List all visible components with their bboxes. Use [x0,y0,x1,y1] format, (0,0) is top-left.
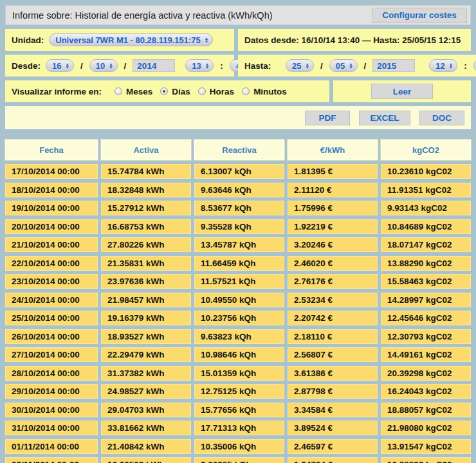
table-cell: 2.53234 € [288,293,378,307]
to-month-select[interactable]: 05 ▲▼ [329,59,358,72]
table-body: 17/10/2014 00:0015.74784 kWh6.13007 kQh1… [5,164,471,463]
view-option-0[interactable]: Meses [114,87,152,96]
unit-panel: Unidad: Universal 7WR M1 - 80.28.119.151… [5,29,234,51]
to-label: Hasta: [244,61,280,71]
export-pdf-button[interactable]: PDF [305,111,350,125]
table-cell: 10.23756 kQh [194,311,284,325]
from-panel: Desde: 16 ▲▼ / 10 ▲▼ / 13 ▲▼ : 40 ▲▼ [5,55,234,77]
column-header-1: Activa [101,140,191,160]
table-cell: 18.93527 kWh [101,329,191,344]
export-panel: PDFEXCELDOC [5,106,471,129]
from-month-select[interactable]: 10 ▲▼ [89,59,118,72]
table-cell: 18/10/2014 00:00 [5,183,98,197]
radio-icon[interactable] [114,87,122,95]
chevron-up-down-icon: ▲▼ [205,37,208,43]
table-cell: 2.76176 € [288,274,378,289]
table-cell: 12.30793 kgC02 [381,329,471,344]
table-row: 30/10/2014 00:0029.04703 kWh15.77656 kQh… [5,403,471,417]
table-cell: 31.37382 kWh [101,366,191,381]
table-cell: 23/10/2014 00:00 [5,274,98,289]
table-cell: 19.16379 kWh [101,311,191,325]
table-cell: 1.94724 € [288,457,378,463]
table-cell: 6.13007 kQh [194,164,284,179]
table-row: 31/10/2014 00:0033.81662 kWh17.71313 kQh… [5,421,471,435]
export-doc-button[interactable]: DOC [419,111,464,125]
table-cell: 21/10/2014 00:00 [5,237,98,252]
table-cell: 02/11/2014 00:00 [5,457,98,463]
table-cell: 16.24043 kgC02 [381,384,471,399]
table-row: 22/10/2014 00:0021.35831 kWh11.66459 kQh… [5,256,471,271]
table-cell: 15.58463 kgC02 [381,274,471,289]
configure-costs-button[interactable]: Configurar costes [372,8,467,23]
table-cell: 15.27912 kWh [101,201,191,215]
table-cell: 13.91547 kgC02 [381,439,471,454]
radio-icon[interactable] [160,87,168,95]
view-option-1[interactable]: Días [160,87,190,96]
table-cell: 28/10/2014 00:00 [5,366,98,381]
table-cell: 17/10/2014 00:00 [5,164,98,179]
table-cell: 14.49161 kgC02 [381,347,471,362]
from-month-value: 10 [96,61,105,71]
table-cell: 15.77656 kQh [194,403,284,417]
from-year-input[interactable] [133,59,175,72]
table-cell: 18.07147 kgC02 [381,237,471,252]
table-cell: 26/10/2014 00:00 [5,329,98,344]
table-cell: 24/10/2014 00:00 [5,293,98,307]
table-cell: 3.61386 € [288,366,378,381]
radio-icon[interactable] [198,87,206,95]
to-day-select[interactable]: 25 ▲▼ [286,59,314,72]
view-option-2[interactable]: Horas [198,87,234,96]
from-hour-select[interactable]: 13 ▲▼ [185,59,214,72]
chevron-up-down-icon: ▲▼ [305,62,309,69]
table-row: 26/10/2014 00:0018.93527 kWh9.63823 kQh2… [5,329,471,344]
table-cell: 17.71313 kQh [194,421,284,435]
view-option-label: Horas [210,87,234,96]
table-cell: 20/10/2014 00:00 [5,219,98,234]
read-panel: Leer [333,80,471,102]
table-cell: 9.63823 kQh [194,329,284,344]
table-cell: 29/10/2014 00:00 [5,384,98,399]
radio-icon[interactable] [242,87,250,95]
table-cell: 25/10/2014 00:00 [5,311,98,325]
to-minute-select[interactable]: 15 ▲▼ [473,59,476,72]
datetime-row: Desde: 16 ▲▼ / 10 ▲▼ / 13 ▲▼ : 40 ▲▼ [5,55,471,77]
table-cell: 21.98080 kgC02 [381,421,471,435]
table-header-row: FechaActivaReactiva€/kWhkgCO2 [5,140,471,160]
table-cell: 15.01359 kQh [194,366,284,381]
from-label: Desde: [12,61,41,71]
table-cell: 20.39298 kgC02 [381,366,471,381]
table-row: 17/10/2014 00:0015.74784 kWh6.13007 kQh1… [5,164,471,179]
view-options-group: MesesDíasHorasMinutos [107,87,287,96]
table-row: 27/10/2014 00:0022.29479 kWh10.98646 kQh… [5,347,471,362]
from-day-select[interactable]: 16 ▲▼ [46,59,74,72]
view-option-label: Minutos [253,87,287,96]
table-row: 24/10/2014 00:0021.98457 kWh10.49550 kQh… [5,293,471,307]
table-cell: 30/10/2014 00:00 [5,403,98,417]
table-cell: 1.75996 € [288,201,378,215]
export-excel-button[interactable]: EXCEL [359,111,410,125]
table-cell: 3.34584 € [288,403,378,417]
unit-select[interactable]: Universal 7WR M1 - 80.28.119.151:75 ▲▼ [49,33,213,46]
to-hour-select[interactable]: 12 ▲▼ [429,59,457,72]
read-button[interactable]: Leer [371,84,433,99]
table-cell: 21.98457 kWh [101,293,191,307]
table-row: 19/10/2014 00:0015.27912 kWh8.53677 kQh1… [5,201,471,215]
table-cell: 2.20742 € [288,311,378,325]
table-cell: 2.56807 € [288,347,378,362]
table-cell: 22/10/2014 00:00 [5,256,98,271]
view-row: Visualizar informe en: MesesDíasHorasMin… [5,80,471,102]
table-cell: 1.92219 € [288,219,378,234]
to-hour-value: 12 [435,61,444,71]
table-cell: 10.84689 kgC02 [381,219,471,234]
table-cell: 18.32848 kWh [101,183,191,197]
table-cell: 10.49550 kQh [194,293,284,307]
table-cell: 2.11120 € [288,183,378,197]
date-separator: / [124,61,127,71]
to-year-input[interactable] [372,59,415,72]
view-option-3[interactable]: Minutos [242,87,287,96]
table-cell: 9.35528 kQh [194,219,284,234]
table-cell: 21.40842 kWh [101,439,191,454]
table-row: 21/10/2014 00:0027.80226 kWh13.45787 kQh… [5,237,471,252]
table-cell: 21.35831 kWh [101,256,191,271]
page-title: Informe sobre: Historial de energía acti… [12,10,273,21]
